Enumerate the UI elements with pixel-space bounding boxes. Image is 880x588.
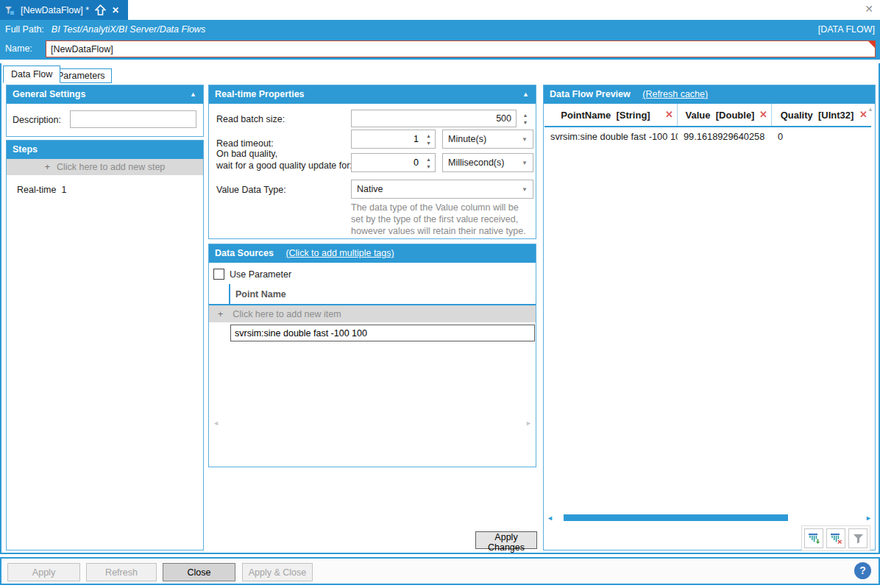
read-batch-spinner[interactable]: ▲ ▼ — [519, 110, 531, 127]
remove-column-icon[interactable]: ✕ — [859, 109, 867, 120]
apply-button[interactable]: Apply — [7, 563, 80, 581]
preview-data-row: svrsim:sine double fast -100 100 99.1618… — [544, 131, 871, 142]
document-close-icon[interactable]: ✕ — [112, 5, 119, 15]
plus-icon: + — [218, 309, 223, 319]
scroll-right-icon[interactable]: ► — [525, 419, 532, 427]
data-sources-title: Data Sources — [215, 248, 274, 258]
horizontal-scrollbar[interactable]: ◄ ► — [545, 513, 873, 523]
name-label: Name: — [5, 43, 32, 54]
document-tab-title: [NewDataFlow] * — [21, 5, 89, 15]
data-flow-preview-title: Data Flow Preview — [550, 89, 631, 99]
remove-column-icon[interactable]: ✕ — [759, 109, 767, 120]
value-data-type-value: Native — [357, 184, 522, 194]
collapse-icon[interactable]: ▲ — [190, 85, 196, 104]
preview-column-header-row: PointName [String] ✕ Value [Double] ✕ Qu… — [544, 104, 871, 127]
step-item-realtime[interactable]: Real-time 1 — [17, 185, 203, 195]
read-timeout-unit-dropdown[interactable]: Minute(s) ▼ — [442, 130, 533, 149]
point-name-column-header[interactable]: Point Name — [235, 289, 286, 300]
footer-bar: Apply Refresh Close Apply & Close ? — [0, 557, 880, 585]
point-name-input[interactable] — [230, 325, 535, 341]
description-label: Description: — [13, 115, 61, 125]
apply-and-close-button[interactable]: Apply & Close — [242, 563, 313, 581]
name-bar: Name: — [0, 38, 880, 60]
tab-data-flow[interactable]: Data Flow — [3, 65, 60, 83]
column-header-pointname-label: PointName [String] — [561, 110, 650, 121]
spin-down-icon[interactable]: ▼ — [426, 141, 431, 146]
scroll-up-icon[interactable]: ▲ — [867, 106, 873, 113]
refresh-button[interactable]: Refresh — [86, 563, 157, 581]
filter-icon — [852, 532, 865, 545]
bad-quality-spinner[interactable]: ▲ ▼ — [422, 154, 435, 171]
steps-title: Steps — [13, 144, 38, 155]
add-item-row[interactable]: + Click here to add new item — [209, 305, 536, 322]
cell-quality: 0 — [772, 131, 871, 142]
window-close-icon[interactable]: ✕ — [865, 3, 873, 15]
remove-column-icon[interactable]: ✕ — [665, 109, 673, 120]
steps-header: Steps — [7, 141, 203, 159]
chevron-down-icon: ▼ — [522, 160, 528, 166]
apply-changes-button[interactable]: Apply Changes — [475, 531, 537, 549]
chevron-down-icon: ▼ — [522, 136, 528, 143]
value-data-type-dropdown[interactable]: Native ▼ — [351, 180, 533, 199]
add-item-label: Click here to add new item — [233, 309, 341, 319]
scroll-left-icon[interactable]: ◄ — [547, 514, 553, 522]
spin-down-icon[interactable]: ▼ — [523, 120, 528, 125]
column-header-quality[interactable]: Quality [UInt32] ✕ — [772, 104, 871, 126]
filter-clear-icon — [830, 532, 842, 545]
use-parameter-checkbox[interactable] — [213, 269, 224, 280]
document-tab-strip: [NewDataFlow] * ✕ ✕ — [0, 0, 880, 20]
column-header-value[interactable]: Value [Double] ✕ — [678, 104, 772, 126]
item-type-badge: [DATA FLOW] — [818, 24, 875, 35]
read-timeout-label: Read timeout: — [216, 138, 274, 149]
chevron-down-icon: ▼ — [522, 186, 528, 193]
value-data-type-label: Value Data Type: — [216, 185, 286, 195]
checkin-icon[interactable] — [95, 4, 106, 15]
spin-down-icon[interactable]: ▼ — [426, 164, 431, 169]
scroll-right-icon[interactable]: ► — [865, 514, 872, 522]
bad-quality-unit-dropdown[interactable]: Millisecond(s) ▼ — [442, 153, 533, 172]
full-path-label: Full Path: — [5, 24, 44, 35]
apply-filter-button[interactable] — [804, 528, 823, 548]
data-flow-preview-header: Data Flow Preview (Refresh cache) — [544, 85, 875, 104]
filter-apply-icon — [808, 532, 820, 545]
data-flow-preview-panel: Data Flow Preview (Refresh cache) PointN… — [543, 85, 876, 550]
name-input[interactable] — [46, 40, 876, 57]
general-settings-title: General Settings — [13, 89, 85, 99]
read-timeout-input[interactable] — [352, 130, 422, 148]
bad-quality-input[interactable] — [352, 154, 422, 171]
main-content: Data Flow Parameters General Settings ▲ … — [0, 63, 880, 554]
refresh-cache-link[interactable]: (Refresh cache) — [642, 89, 708, 99]
scrollbar-thumb[interactable] — [564, 514, 788, 521]
add-step-label: Click here to add new step — [57, 162, 165, 172]
value-data-type-hint: The data type of the Value column will b… — [351, 202, 529, 237]
document-tab[interactable]: [NewDataFlow] * ✕ — [0, 0, 128, 20]
use-parameter-label: Use Parameter — [230, 269, 291, 280]
add-step-row[interactable]: + Click here to add new step — [7, 159, 203, 175]
column-header-quality-label: Quality [UInt32] — [781, 110, 854, 121]
add-multiple-tags-link[interactable]: (Click to add multiple tags) — [285, 248, 394, 258]
read-batch-input[interactable] — [351, 110, 517, 127]
steps-panel: Steps + Click here to add new step Real-… — [6, 140, 204, 550]
bad-quality-unit-value: Millisecond(s) — [448, 157, 522, 168]
read-timeout-spinner[interactable]: ▲ ▼ — [422, 130, 435, 148]
close-button[interactable]: Close — [163, 563, 235, 581]
collapse-icon[interactable]: ▲ — [522, 85, 529, 104]
dataflow-icon — [4, 5, 15, 15]
description-input[interactable] — [70, 110, 196, 128]
help-icon[interactable]: ? — [854, 562, 871, 579]
cell-pointname: svrsim:sine double fast -100 100 — [544, 131, 678, 142]
bad-quality-field: ▲ ▼ — [351, 153, 436, 172]
scroll-left-icon[interactable]: ◄ — [213, 419, 219, 427]
filter-button[interactable] — [848, 528, 867, 548]
general-settings-panel: General Settings ▲ Description: — [6, 85, 204, 137]
bad-quality-label-line2: wait for a good quality update for: — [216, 160, 352, 171]
column-header-pointname[interactable]: PointName [String] ✕ — [544, 104, 678, 126]
spin-up-icon[interactable]: ▲ — [523, 113, 528, 118]
column-header-value-label: Value [Double] — [686, 110, 755, 121]
full-path-value: BI Test/AnalytiX/BI Server/Data Flows — [52, 24, 205, 35]
filter-button-group — [801, 525, 870, 551]
spin-up-icon[interactable]: ▲ — [426, 157, 431, 162]
clear-filter-button[interactable] — [826, 528, 845, 548]
read-timeout-unit-value: Minute(s) — [448, 134, 522, 144]
spin-up-icon[interactable]: ▲ — [426, 133, 431, 138]
